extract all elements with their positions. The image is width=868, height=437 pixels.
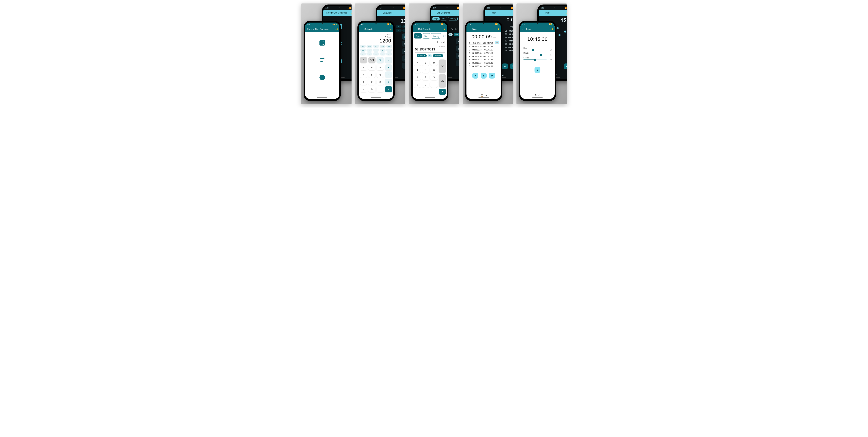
sci-key-x![interactable]: x! <box>402 29 405 32</box>
key-−[interactable]: − <box>385 71 392 78</box>
sci-key-)[interactable]: ) <box>386 48 392 52</box>
back-icon[interactable]: ← <box>468 28 470 30</box>
theme-toggle-icon[interactable]: 🌙 <box>566 12 567 14</box>
tab-angle[interactable]: Angle <box>432 17 439 21</box>
key-3[interactable]: 3 <box>456 53 459 59</box>
play-icon[interactable]: ▶ <box>534 67 540 73</box>
flag-icon[interactable]: ⚑ <box>510 64 513 69</box>
play-icon[interactable]: ▶ <box>564 64 567 69</box>
key-7[interactable]: 7 <box>360 64 367 70</box>
sci-key-x²[interactable]: x² <box>367 53 372 56</box>
sci-key-([interactable]: ( <box>380 48 385 52</box>
key-⌫[interactable]: ⌫ <box>439 74 446 88</box>
tab-angle[interactable]: △ Angle <box>414 33 422 38</box>
theme-toggle-icon[interactable]: 🌙 <box>550 28 553 30</box>
flag-icon[interactable]: ⚑ <box>489 73 495 78</box>
key-.[interactable]: . <box>456 60 459 66</box>
key-C[interactable]: C <box>360 57 367 63</box>
sci-key-√x[interactable]: √x <box>396 29 402 32</box>
theme-toggle-icon[interactable]: 🌙 <box>496 28 499 30</box>
key-↓[interactable]: ↓ <box>360 86 367 92</box>
calc-icon[interactable]: ÷ ×− = <box>318 39 326 46</box>
key-8[interactable]: 8 <box>422 60 429 66</box>
theme-toggle-icon[interactable]: 🌙 <box>389 28 392 30</box>
trash-icon[interactable]: 🗑 <box>495 41 499 44</box>
key-7[interactable]: 7 <box>414 60 421 66</box>
key-9[interactable]: 9 <box>456 38 459 44</box>
slider-second[interactable] <box>523 60 547 60</box>
sci-key-e[interactable]: e <box>373 48 379 52</box>
from-unit-pill[interactable]: Radian ▾ <box>416 54 427 57</box>
slider-minute[interactable] <box>523 55 547 55</box>
key-.[interactable]: . <box>430 81 438 88</box>
key-.[interactable]: . <box>402 63 405 69</box>
back-icon[interactable]: ← <box>487 12 489 14</box>
key-↓[interactable]: ↓ <box>414 81 421 88</box>
sci-key-tan[interactable]: tan <box>386 45 392 48</box>
sci-key-π[interactable]: π <box>360 53 366 56</box>
theme-toggle-icon[interactable]: 🌙 <box>513 12 513 14</box>
key-3[interactable]: 3 <box>430 74 438 80</box>
key-0[interactable]: 0 <box>368 86 375 92</box>
key-0[interactable]: 0 <box>422 81 429 88</box>
tab-area[interactable]: ▭ Area <box>423 33 430 38</box>
play-icon[interactable]: ▶ <box>502 64 508 69</box>
key-percent[interactable]: % <box>402 33 405 40</box>
key-1[interactable]: 1 <box>360 79 367 85</box>
theme-toggle-icon[interactable]: 🌙 <box>351 12 351 14</box>
back-icon[interactable]: ← <box>379 12 381 14</box>
key-2[interactable]: 2 <box>368 79 375 85</box>
theme-toggle-icon[interactable]: 🌙 <box>335 28 338 30</box>
key-.[interactable]: . <box>376 86 384 92</box>
key-9[interactable]: 9 <box>402 41 405 47</box>
hourglass-icon[interactable]: ⏳ <box>480 94 483 97</box>
sci-key-2nd[interactable]: 2nd <box>360 45 366 48</box>
key-3[interactable]: 3 <box>376 79 384 85</box>
sci-key-cos[interactable]: cos <box>402 25 405 28</box>
convert-icon[interactable] <box>318 56 326 64</box>
back-icon[interactable]: ← <box>522 28 524 30</box>
input-value[interactable]: 1 <box>437 40 438 44</box>
tab-currency[interactable]: Currency <box>448 17 458 21</box>
swap-icon[interactable]: ⇄ <box>448 33 453 36</box>
key-×[interactable]: × <box>385 64 392 70</box>
sci-key-cos[interactable]: cos <box>380 45 385 48</box>
tab-area[interactable]: Area <box>441 17 447 21</box>
key-3[interactable]: 3 <box>402 55 405 62</box>
key-4[interactable]: 4 <box>414 67 421 73</box>
key-⌫[interactable]: ⌫ <box>368 57 375 63</box>
to-unit-pill[interactable]: Degree ▾ <box>433 54 443 57</box>
key-%[interactable]: % <box>376 57 384 63</box>
key-=[interactable]: = <box>385 86 392 92</box>
key-9[interactable]: 9 <box>430 60 438 66</box>
to-unit-pill[interactable]: Deg ▾ <box>454 33 459 36</box>
theme-toggle-icon[interactable]: 🌙 <box>443 28 445 30</box>
sci-key-ln[interactable]: ln <box>367 48 372 52</box>
key-6[interactable]: 6 <box>456 45 459 52</box>
key-4[interactable]: 4 <box>360 71 367 78</box>
stopwatch-icon[interactable] <box>318 73 326 80</box>
sci-key-sin[interactable]: sin <box>396 25 402 28</box>
key-÷[interactable]: ÷ <box>385 57 392 63</box>
key-2[interactable]: 2 <box>422 74 429 80</box>
sci-key-x⁻¹[interactable]: x⁻¹ <box>386 53 392 56</box>
back-icon[interactable]: ← <box>540 12 542 14</box>
theme-toggle-icon[interactable]: 🌙 <box>405 12 405 14</box>
key-5[interactable]: 5 <box>422 67 429 73</box>
back-icon[interactable]: ← <box>361 28 363 30</box>
repeat-icon[interactable]: ⟳ <box>538 94 540 97</box>
back-icon[interactable]: ← <box>414 28 416 30</box>
key-=[interactable]: = <box>439 89 446 95</box>
key-9[interactable]: 9 <box>376 64 384 70</box>
history-icon[interactable]: 🕘 <box>443 35 446 37</box>
sci-key-x![interactable]: x! <box>380 53 385 56</box>
key-1[interactable]: 1 <box>414 74 421 80</box>
play-icon[interactable]: ▶ <box>481 73 487 78</box>
key-6[interactable]: 6 <box>402 48 405 54</box>
repeat-icon[interactable]: ⟳ <box>502 74 504 77</box>
back-icon[interactable]: ← <box>433 12 435 14</box>
tab-currency[interactable]: ▭ Currency <box>431 33 441 38</box>
key-6[interactable]: 6 <box>376 71 384 78</box>
key-AC[interactable]: AC <box>439 60 446 73</box>
stop-icon[interactable]: ■ <box>472 73 478 78</box>
